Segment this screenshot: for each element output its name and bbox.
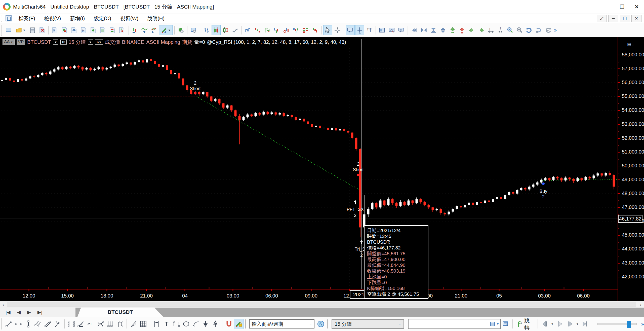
cycle-lines-tool-button[interactable] <box>105 319 115 329</box>
parallel-channel-tool-button[interactable] <box>33 319 43 329</box>
price-chart[interactable]: 2Short2ShortPFT_SX2Trl_SX2Buy2 <box>0 47 618 289</box>
menu-insert[interactable]: 新增(I) <box>65 14 89 23</box>
select-dropdown-icon[interactable]: ⌄ <box>398 322 401 326</box>
next-tab-button[interactable]: ▶ <box>27 309 31 315</box>
redo-button[interactable] <box>544 25 553 35</box>
calculator-tool-button[interactable] <box>152 319 162 329</box>
zoom-out-button[interactable] <box>515 25 524 35</box>
combo-dropdown-icon[interactable]: ⌄ <box>309 322 312 326</box>
kagi-chart-button[interactable] <box>272 25 281 35</box>
menu-file[interactable]: 檔案(F) <box>14 14 40 23</box>
open-dropdown-arrow-icon[interactable]: ▼ <box>23 29 26 32</box>
mdi-float-button[interactable]: ⤢ <box>597 15 607 22</box>
feedback-button[interactable]: 6a <box>397 25 406 35</box>
scanner-button[interactable] <box>98 25 107 35</box>
renko-chart-button[interactable] <box>282 25 291 35</box>
hollow-candlestick-style-button[interactable] <box>221 25 230 35</box>
crosshair-pointer-button[interactable] <box>355 25 364 35</box>
playback-step-forward-button[interactable] <box>565 319 575 329</box>
mdi-close-button[interactable]: ✕ <box>631 15 641 22</box>
replace-data-button[interactable] <box>117 25 126 35</box>
window-properties-button[interactable] <box>189 25 198 35</box>
format-function-button[interactable]: fx <box>79 25 88 35</box>
stay-in-drawing-mode-button[interactable] <box>234 319 244 329</box>
data-tip-button[interactable] <box>346 25 355 35</box>
volume-profile-toggle-button[interactable]: VP <box>17 39 25 45</box>
window-layout-button[interactable] <box>378 25 387 35</box>
undo-all-button[interactable] <box>534 25 543 35</box>
playback-speed-slider[interactable] <box>597 323 637 325</box>
candlestick-style-button[interactable] <box>212 25 221 35</box>
rectangle-tool-button[interactable] <box>172 319 181 329</box>
resolution-button[interactable]: R▾ <box>95 40 103 45</box>
compress-vertical-button[interactable]: 1 <box>496 25 505 35</box>
calendar-icon[interactable] <box>490 321 496 327</box>
scale-down-button[interactable] <box>458 25 467 35</box>
chart-horizontal-scrollbar[interactable]: ‹ › <box>0 301 644 308</box>
price-axis[interactable]: ▤← 58,000.0057,000.0056,000.0055,000.005… <box>618 37 644 301</box>
speed-slider-thumb[interactable] <box>627 321 631 328</box>
last-tab-button[interactable]: ▶| <box>37 309 43 315</box>
time-axis[interactable]: 12:0015:0018:0021:000403:0006:0009:0012:… <box>0 289 618 301</box>
insert-study-button[interactable] <box>140 25 149 35</box>
format-instrument-button[interactable] <box>50 25 59 35</box>
crosshair-tool-button[interactable] <box>333 25 342 35</box>
volume-profile-button[interactable] <box>310 25 319 35</box>
scroll-right-arrow[interactable]: › <box>637 301 644 308</box>
add-study-button[interactable] <box>89 25 98 35</box>
arrow-up-tool-button[interactable] <box>211 319 220 329</box>
mdi-restore-button[interactable]: ❐ <box>620 15 630 22</box>
shift-right-button[interactable] <box>477 25 486 35</box>
pitchfork-tool-button[interactable] <box>53 319 63 329</box>
fibonacci-retracement-tool-button[interactable] <box>66 319 76 329</box>
interval-select[interactable]: 15 分鐘 ⌄ <box>332 319 404 329</box>
interval-dropdown-button[interactable]: I▾ <box>60 40 67 45</box>
font-size-button[interactable]: AA▼ <box>3 39 15 45</box>
maximize-button[interactable]: ❐ <box>615 0 629 14</box>
drawing-dropdown-arrow-icon[interactable]: ▼ <box>168 29 171 32</box>
minimize-button[interactable]: ─ <box>600 0 615 14</box>
arrow-down-tool-button[interactable] <box>201 319 211 329</box>
menu-help[interactable]: 說明(H) <box>143 14 169 23</box>
first-tab-button[interactable]: |◀ <box>6 309 11 315</box>
shift-left-button[interactable] <box>467 25 476 35</box>
horizontal-segment-tool-button[interactable] <box>14 319 23 329</box>
point-figure-chart-button[interactable] <box>263 25 272 35</box>
fan-lines-tool-button[interactable] <box>129 319 138 329</box>
symbol-dropdown-button[interactable]: ▾ <box>53 40 58 45</box>
time-projection-tool-button[interactable] <box>115 319 125 329</box>
symbol-search-combo[interactable]: 輸入商品/週期 ⌄ <box>249 319 314 328</box>
scrollbar-thumb[interactable] <box>7 302 636 307</box>
table-view-button[interactable] <box>301 25 310 35</box>
chart-window[interactable]: AA▼ VP BTCUSDT ▾ I▾ 15 分鐘 ▾ R▾ 成交價 BINAN… <box>0 37 644 301</box>
bottom-toolbar-overflow-chevron[interactable]: » <box>641 321 644 327</box>
playback-expand-button[interactable] <box>419 25 428 35</box>
collapse-vertical-button[interactable] <box>429 25 438 35</box>
strategy-properties-button[interactable] <box>176 25 185 35</box>
regression-channel-tool-button[interactable] <box>43 319 53 329</box>
insert-drawing-button[interactable]: ▼ <box>159 25 173 35</box>
playback-start-button[interactable] <box>410 25 419 35</box>
scroll-left-arrow[interactable]: ‹ <box>0 301 7 308</box>
elliott-wave-tool-button[interactable]: E <box>86 319 96 329</box>
trendline-tool-button[interactable] <box>4 319 14 329</box>
undo-button[interactable] <box>525 25 534 35</box>
pointer-tool-button[interactable] <box>323 25 332 35</box>
magnet-mode-button[interactable] <box>224 319 234 329</box>
playback-back-options-dropdown[interactable]: ▼ <box>549 319 555 329</box>
data-series-button[interactable] <box>108 25 117 35</box>
format-window-button[interactable] <box>60 25 69 35</box>
jump-button[interactable]: 跳轉 <box>514 316 536 331</box>
calendar-dropdown-icon[interactable]: ▼ <box>496 322 499 326</box>
insert-symbol-button[interactable] <box>130 25 139 35</box>
vertical-segment-tool-button[interactable] <box>23 319 33 329</box>
gann-fan-tool-button[interactable] <box>76 319 86 329</box>
menu-format[interactable]: 設定(O) <box>89 14 116 23</box>
playback-play-button[interactable] <box>555 319 565 329</box>
playback-to-end-button[interactable] <box>580 319 590 329</box>
curve-tool-button[interactable] <box>191 319 201 329</box>
apply-range-button[interactable] <box>501 319 511 329</box>
close-button[interactable]: ✕ <box>629 0 644 14</box>
new-chart-window-button[interactable] <box>4 25 13 35</box>
menu-view[interactable]: 檢視(V) <box>40 14 66 23</box>
